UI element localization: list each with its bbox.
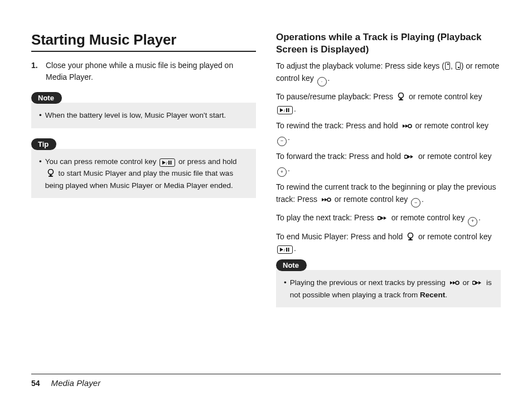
page-footer: 54 Media Player <box>31 378 100 388</box>
remote-plus-icon: + <box>277 167 287 177</box>
step-number: 1. <box>31 60 40 83</box>
step-list: 1. Close your phone while a music file i… <box>31 60 256 83</box>
play-pause-key-icon <box>277 106 293 114</box>
op-pause: To pause/resume playback: Press or remot… <box>276 91 501 115</box>
forward-icon <box>378 214 388 222</box>
note-text: Playing the previous or next tracks by p… <box>290 277 493 301</box>
side-key-down-icon <box>456 62 461 70</box>
op-forward: To forward the track: Press and hold or … <box>276 151 501 177</box>
note-pill: Note <box>276 259 307 271</box>
rewind-icon <box>321 196 331 204</box>
step-1: 1. Close your phone while a music file i… <box>31 60 256 83</box>
note-callout: Note When the battery level is low, Musi… <box>31 92 256 128</box>
forward-icon <box>472 279 483 287</box>
play-pause-key-icon <box>159 158 175 167</box>
op-prev: To rewind the current track to the begin… <box>276 181 501 208</box>
note-callout-2: Note Playing the previous or next tracks… <box>276 259 501 307</box>
center-key-icon <box>396 93 405 101</box>
forward-icon <box>404 153 415 161</box>
footer-rule <box>31 374 501 374</box>
side-key-up-icon <box>445 62 450 70</box>
note-box: Playing the previous or next tracks by p… <box>276 270 501 307</box>
op-next: To play the next track: Press or remote … <box>276 212 501 226</box>
rewind-icon <box>402 122 412 130</box>
note-text: When the battery level is low, Music Pla… <box>45 109 226 122</box>
tip-callout: Tip You can press remote control key or … <box>31 138 256 199</box>
note-pill: Note <box>31 92 62 104</box>
left-column: Starting Music Player 1. Close your phon… <box>31 31 256 317</box>
tip-pill: Tip <box>31 138 56 150</box>
step-text: Close your phone while a music file is b… <box>46 60 256 83</box>
play-pause-key-icon <box>277 245 293 254</box>
subsection-heading: Operations while a Track is Playing (Pla… <box>276 31 501 56</box>
remote-minus-icon: − <box>277 137 287 146</box>
op-rewind: To rewind the track: Press and hold or r… <box>276 120 501 146</box>
right-column: Operations while a Track is Playing (Pla… <box>276 31 501 317</box>
footer-section: Media Player <box>51 378 101 388</box>
op-volume: To adjust the playback volume: Press sid… <box>276 60 501 86</box>
page-number: 54 <box>31 379 40 388</box>
op-end: To end Music Player: Press and hold or r… <box>276 231 501 255</box>
remote-updown-icon: ∙ <box>317 77 327 86</box>
tip-box: You can press remote control key or pres… <box>31 149 256 199</box>
center-key-icon <box>46 169 55 177</box>
tip-text: You can press remote control key or pres… <box>45 156 248 192</box>
note-box: When the battery level is low, Music Pla… <box>31 103 256 128</box>
remote-minus-icon: − <box>411 198 420 208</box>
section-heading: Starting Music Player <box>31 31 256 52</box>
remote-plus-icon: + <box>468 217 477 226</box>
page-columns: Starting Music Player 1. Close your phon… <box>31 31 501 317</box>
rewind-icon <box>449 279 460 287</box>
center-key-icon <box>406 233 415 241</box>
